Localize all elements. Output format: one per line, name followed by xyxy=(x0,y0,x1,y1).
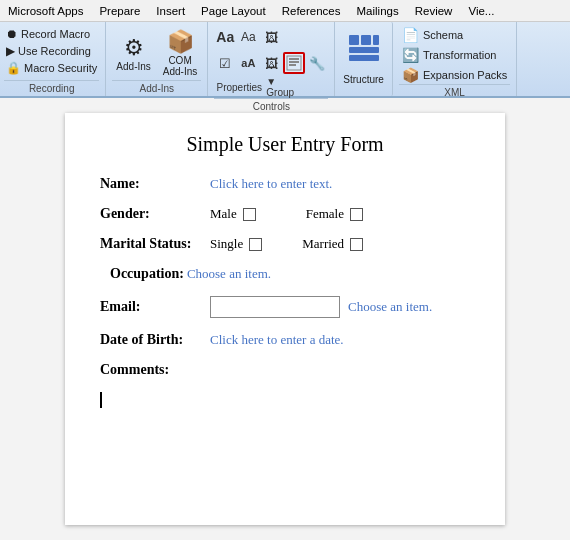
menu-prepare[interactable]: Prepare xyxy=(91,2,148,20)
male-checkbox[interactable] xyxy=(243,208,256,221)
record-macro-icon: ⏺ xyxy=(6,27,18,41)
svg-rect-1 xyxy=(289,58,299,60)
structure-button[interactable]: Structure xyxy=(335,22,393,96)
svg-rect-5 xyxy=(361,35,371,45)
svg-rect-3 xyxy=(289,64,296,66)
transformation-icon: 🔄 xyxy=(402,47,419,63)
picture-content-control[interactable]: 🖼 xyxy=(260,52,282,74)
svg-rect-8 xyxy=(349,55,379,61)
addins-group: ⚙ Add-Ins 📦 COM Add-Ins Add-Ins xyxy=(106,22,208,96)
schema-button[interactable]: 📄 Schema xyxy=(399,26,510,44)
use-recording-button[interactable]: ▶ Use Recording xyxy=(4,43,99,59)
svg-rect-2 xyxy=(289,61,299,63)
image-btn[interactable]: 🖼 xyxy=(260,26,282,48)
xml-group-label: XML xyxy=(399,84,510,98)
occupation-row: Occupation: Choose an item. xyxy=(100,266,470,282)
male-option: Male xyxy=(210,206,256,222)
cursor-area xyxy=(100,392,470,408)
recording-group: ⏺ Record Macro ▶ Use Recording 🔒 Macro S… xyxy=(0,22,106,96)
document-page: Simple User Entry Form Name: Click here … xyxy=(65,113,505,525)
legacy-tools-btn[interactable] xyxy=(283,52,305,74)
properties-btn[interactable]: Properties xyxy=(214,76,264,98)
dob-label: Date of Birth: xyxy=(100,332,210,348)
controls-group-label: Controls xyxy=(214,98,328,112)
email-dropdown[interactable]: Choose an item. xyxy=(348,299,432,315)
menu-bar: Microsoft Apps Prepare Insert Page Layou… xyxy=(0,0,570,22)
menu-mailings[interactable]: Mailings xyxy=(349,2,407,20)
recording-group-label: Recording xyxy=(4,80,99,94)
expansion-packs-icon: 📦 xyxy=(402,67,419,83)
name-input[interactable]: Click here to enter text. xyxy=(210,176,332,192)
document-area: Simple User Entry Form Name: Click here … xyxy=(0,98,570,540)
macro-security-button[interactable]: 🔒 Macro Security xyxy=(4,60,99,76)
add-ins-button[interactable]: ⚙ Add-Ins xyxy=(112,33,154,74)
comments-row: Comments: xyxy=(100,362,470,378)
svg-rect-7 xyxy=(349,47,379,53)
name-label: Name: xyxy=(100,176,210,192)
marital-status-label: Marital Status: xyxy=(100,236,210,252)
structure-icon xyxy=(347,33,381,74)
gender-row: Gender: Male Female xyxy=(100,206,470,222)
text-cursor xyxy=(100,392,102,408)
menu-references[interactable]: References xyxy=(274,2,349,20)
female-option: Female xyxy=(306,206,363,222)
add-ins-icon: ⚙ xyxy=(124,35,144,61)
text-content-control[interactable]: aA xyxy=(237,52,259,74)
single-option: Single xyxy=(210,236,262,252)
ribbon: ⏺ Record Macro ▶ Use Recording 🔒 Macro S… xyxy=(0,22,570,98)
occupation-dropdown[interactable]: Choose an item. xyxy=(187,266,271,281)
menu-page-layout[interactable]: Page Layout xyxy=(193,2,274,20)
record-macro-button[interactable]: ⏺ Record Macro xyxy=(4,26,99,42)
com-add-ins-button[interactable]: 📦 COM Add-Ins xyxy=(159,27,201,79)
addins-group-label: Add-Ins xyxy=(112,80,201,94)
menu-review[interactable]: Review xyxy=(407,2,461,20)
single-checkbox[interactable] xyxy=(249,238,262,251)
form-title: Simple User Entry Form xyxy=(100,133,470,156)
svg-rect-4 xyxy=(349,35,359,45)
dob-row: Date of Birth: Click here to enter a dat… xyxy=(100,332,470,348)
font-size-btn2[interactable]: Aa xyxy=(237,26,259,48)
checkbox-content-control[interactable]: ☑ xyxy=(214,52,236,74)
svg-rect-6 xyxy=(373,35,379,45)
com-add-ins-icon: 📦 xyxy=(167,29,194,55)
transformation-button[interactable]: 🔄 Transformation xyxy=(399,46,510,64)
dob-input[interactable]: Click here to enter a date. xyxy=(210,332,344,348)
marital-status-row: Marital Status: Single Married xyxy=(100,236,470,252)
macro-security-icon: 🔒 xyxy=(6,61,21,75)
menu-view[interactable]: Vie... xyxy=(460,2,502,20)
group-btn[interactable]: ▼ Group xyxy=(265,76,305,98)
occupation-label: Occupation: xyxy=(110,266,184,281)
email-input[interactable] xyxy=(210,296,340,318)
controls-group: Aa Aa 🖼 ☑ aA 🖼 🔧 xyxy=(208,22,335,96)
married-checkbox[interactable] xyxy=(350,238,363,251)
name-row: Name: Click here to enter text. xyxy=(100,176,470,192)
gender-label: Gender: xyxy=(100,206,210,222)
menu-insert[interactable]: Insert xyxy=(148,2,193,20)
xml-group: 📄 Schema 🔄 Transformation 📦 Expansion Pa… xyxy=(393,22,517,96)
design-mode-btn[interactable]: 🔧 xyxy=(306,52,328,74)
menu-microsoft-apps[interactable]: Microsoft Apps xyxy=(0,2,91,20)
comments-label: Comments: xyxy=(100,362,210,378)
expansion-packs-button[interactable]: 📦 Expansion Packs xyxy=(399,66,510,84)
schema-icon: 📄 xyxy=(402,27,419,43)
female-checkbox[interactable] xyxy=(350,208,363,221)
email-label: Email: xyxy=(100,299,210,315)
married-option: Married xyxy=(302,236,363,252)
font-size-btn1[interactable]: Aa xyxy=(214,26,236,48)
email-row: Email: Choose an item. xyxy=(100,296,470,318)
use-recording-icon: ▶ xyxy=(6,44,15,58)
